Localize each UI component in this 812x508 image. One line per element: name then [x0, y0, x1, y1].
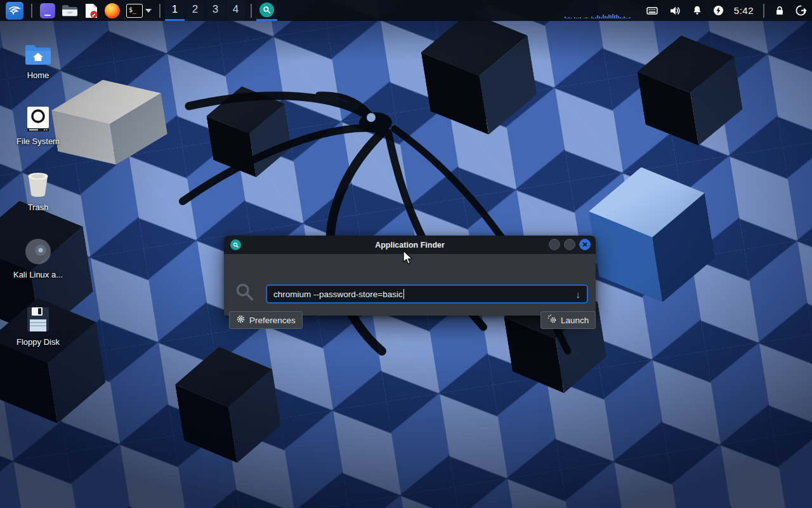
launch-label: Launch [561, 316, 589, 325]
lock-screen-icon[interactable] [774, 4, 785, 17]
command-text: chromium --password-store=basic [273, 290, 403, 299]
desktop-icon-home[interactable]: Home [11, 34, 65, 80]
appfinder-taskbar-button[interactable] [256, 0, 277, 21]
trash-bucket-icon [25, 171, 51, 198]
launch-button[interactable]: Launch [540, 311, 596, 329]
panel-separator [251, 4, 252, 18]
minimize-button[interactable] [549, 239, 560, 250]
panel-left: $_ 1 2 3 4 [0, 0, 277, 21]
close-button[interactable]: ✕ [579, 239, 591, 250]
entry-dropdown-arrow-icon[interactable]: ↓ [576, 289, 581, 300]
panel-separator [31, 4, 32, 18]
window-app-launcher[interactable] [37, 0, 58, 21]
power-manager-icon[interactable] [712, 4, 724, 17]
desktop-icon-label: Home [11, 70, 65, 80]
workspace-pager: 1 2 3 4 [165, 0, 246, 21]
search-icon [235, 282, 255, 305]
workspace-3[interactable]: 3 [206, 0, 225, 21]
mouse-cursor [403, 250, 416, 265]
logout-icon[interactable] [795, 4, 807, 17]
desktop-icon-label: Floppy Disk [11, 337, 65, 347]
text-editor-launcher[interactable] [81, 0, 102, 21]
command-input[interactable]: chromium --password-store=basic ↓ [266, 284, 588, 304]
desktop-icon-floppy-disk[interactable]: Floppy Disk [11, 301, 65, 347]
kali-mount-icon [24, 237, 52, 265]
window-app-icon [40, 3, 55, 18]
firefox-icon [105, 3, 120, 18]
appfinder-window-icon [230, 239, 241, 250]
home-folder-icon [24, 43, 52, 66]
keyboard-osd-icon[interactable] [645, 4, 659, 17]
floppy-disk-icon [26, 306, 50, 333]
desktop-icon-label: File System [11, 137, 65, 146]
activity-graph[interactable] [565, 3, 636, 19]
top-panel: $_ 1 2 3 4 [0, 0, 812, 21]
workspace-1[interactable]: 1 [165, 0, 185, 21]
run-gear-icon [547, 314, 557, 326]
hard-drive-icon [26, 105, 50, 132]
preferences-button[interactable]: Preferences [229, 311, 303, 329]
desktop-icon-label: Trash [11, 203, 65, 212]
terminal-launcher[interactable]: $_ [123, 0, 155, 21]
firefox-launcher[interactable] [102, 0, 123, 21]
panel-right: 5:42 [565, 0, 812, 21]
window-title: Application Finder [375, 241, 445, 250]
appfinder-search-icon [259, 3, 274, 17]
gear-icon [236, 314, 246, 326]
workspace-4[interactable]: 4 [226, 0, 246, 21]
kali-menu-button[interactable] [3, 0, 27, 21]
text-editor-icon [84, 3, 98, 18]
notifications-bell-icon[interactable] [691, 4, 703, 17]
text-caret [403, 289, 405, 299]
panel-separator [159, 4, 160, 18]
desktop-icon-kali-mount[interactable]: Kali Linux a... [11, 234, 65, 279]
chevron-down-icon[interactable] [145, 9, 152, 13]
file-manager-icon [62, 4, 78, 18]
clock[interactable]: 5:42 [734, 5, 754, 16]
panel-separator [763, 4, 764, 18]
workspace-2[interactable]: 2 [185, 0, 205, 21]
terminal-icon: $_ [126, 4, 143, 18]
kali-dragon-icon [6, 2, 23, 20]
volume-icon[interactable] [669, 4, 682, 17]
desktop: Home File System Trash [0, 0, 812, 508]
maximize-button[interactable] [564, 239, 575, 250]
desktop-icon-label: Kali Linux a... [11, 270, 65, 279]
preferences-label: Preferences [249, 316, 296, 325]
application-finder-window: Application Finder ✕ chromium --password… [224, 236, 596, 316]
file-manager-launcher[interactable] [58, 0, 81, 21]
desktop-icon-trash[interactable]: Trash [11, 166, 65, 212]
desktop-icon-file-system[interactable]: File System [11, 100, 65, 146]
